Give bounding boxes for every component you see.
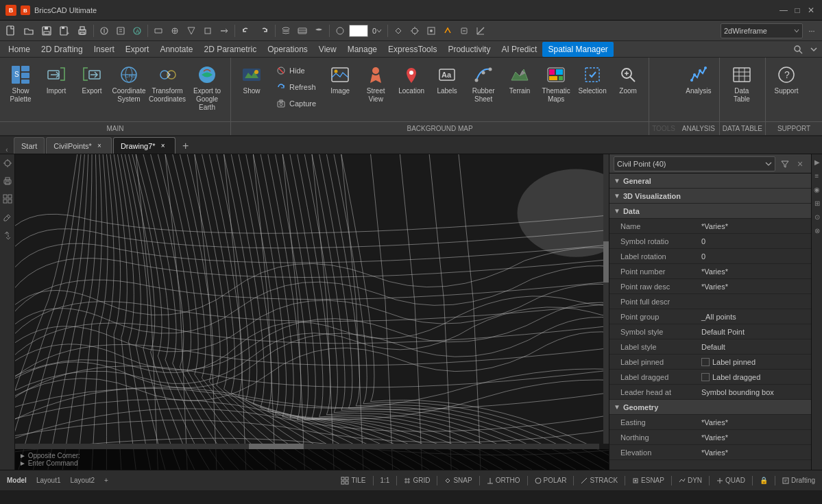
color-swatch[interactable] bbox=[349, 25, 368, 37]
zero-dropdown[interactable]: 0 bbox=[370, 23, 385, 38]
title-controls[interactable]: — □ ✕ bbox=[778, 5, 817, 16]
data-table-button[interactable]: DataTable bbox=[724, 60, 760, 110]
toolbar-more-btn[interactable]: ··· bbox=[804, 23, 819, 38]
snap-button[interactable]: SNAP bbox=[442, 475, 474, 485]
image-button[interactable]: Image bbox=[324, 60, 356, 110]
prop-point-group-val[interactable]: _All points bbox=[699, 313, 811, 321]
minimize-button[interactable]: — bbox=[778, 5, 789, 16]
terrain-button[interactable]: Terrain bbox=[503, 60, 536, 110]
canvas-area[interactable]: ► Opposite Corner: ► Enter Command bbox=[15, 154, 609, 470]
prop-easting-val[interactable]: *Varies* bbox=[699, 418, 811, 427]
menu-annotate[interactable]: Annotate bbox=[154, 42, 198, 57]
sidebar-print-icon[interactable] bbox=[1, 175, 14, 187]
properties-type-dropdown[interactable]: Civil Point (40) bbox=[614, 156, 775, 171]
thematic-maps-button[interactable]: ThematicMaps bbox=[539, 60, 573, 110]
snap-toggle2[interactable] bbox=[407, 23, 422, 38]
street-view-button[interactable]: StreetView bbox=[359, 60, 392, 110]
prop-symbol-rotation-val[interactable]: 0 bbox=[699, 237, 811, 245]
esnap-button[interactable]: ESNAP bbox=[629, 475, 667, 485]
tab-drawing7[interactable]: Drawing7* × bbox=[113, 137, 176, 154]
sidebar-right-icon4[interactable]: ⊙ bbox=[812, 212, 822, 221]
sidebar-right-expand[interactable]: ▶ bbox=[812, 157, 822, 167]
show-button[interactable]: Show bbox=[235, 60, 268, 110]
toolbar-btn-sm2[interactable] bbox=[113, 23, 128, 38]
sidebar-right-icon2[interactable]: ◉ bbox=[812, 184, 822, 194]
tile-button[interactable]: TILE bbox=[338, 475, 368, 486]
lock-button[interactable]: 🔒 bbox=[757, 475, 771, 485]
prop-point-number-val[interactable]: *Varies* bbox=[699, 267, 811, 276]
close-button[interactable]: ✕ bbox=[806, 5, 817, 16]
sidebar-right-icon5[interactable]: ⊗ bbox=[812, 226, 822, 235]
snap-toggle6[interactable] bbox=[473, 23, 488, 38]
expand-button[interactable] bbox=[808, 44, 819, 55]
section-geometry[interactable]: ▼ Geometry bbox=[609, 400, 811, 415]
tab-civil-points-close[interactable]: × bbox=[95, 141, 104, 151]
sidebar-transform-icon[interactable] bbox=[1, 228, 14, 241]
snap-toggle4[interactable] bbox=[440, 23, 455, 38]
ortho-button[interactable]: ORTHO bbox=[484, 475, 523, 485]
menu-spatial-manager[interactable]: Spatial Manager bbox=[542, 42, 613, 57]
maximize-button[interactable]: □ bbox=[792, 5, 803, 16]
rubber-sheet-button[interactable]: RubberSheet bbox=[466, 60, 500, 110]
layer-dropdown-button[interactable] bbox=[311, 23, 326, 38]
layout1-tab[interactable]: Layout1 bbox=[34, 475, 64, 485]
snap-toggle3[interactable] bbox=[424, 23, 439, 38]
export-button[interactable]: Export bbox=[75, 60, 108, 110]
prop-name-val[interactable]: *Varies* bbox=[699, 222, 811, 230]
layout2-tab[interactable]: Layout2 bbox=[67, 475, 97, 485]
import-button[interactable]: Import bbox=[40, 60, 73, 110]
layer-prop-button[interactable] bbox=[295, 23, 310, 38]
save-as-button[interactable]: + bbox=[56, 23, 73, 38]
show-palette-button[interactable]: S ShowPalette bbox=[4, 60, 37, 110]
menu-expresstools[interactable]: ExpressTools bbox=[383, 42, 442, 57]
tab-drawing7-close[interactable]: × bbox=[158, 141, 168, 151]
horizontal-scrollbar[interactable] bbox=[15, 444, 599, 449]
prop-leader-head-val[interactable]: Symbol bounding box bbox=[699, 388, 811, 396]
support-button[interactable]: ? Support bbox=[770, 60, 803, 110]
capture-button[interactable]: Capture bbox=[272, 96, 319, 111]
props-filter-button[interactable] bbox=[778, 157, 792, 171]
drafting-button[interactable]: Drafting bbox=[779, 475, 818, 485]
workspace-dropdown[interactable]: 2dWireframe bbox=[721, 23, 803, 38]
sidebar-light-icon[interactable] bbox=[1, 157, 14, 169]
h-scrollbar-thumb[interactable] bbox=[249, 444, 304, 449]
open-file-button[interactable] bbox=[21, 23, 37, 38]
tab-start[interactable]: Start bbox=[14, 137, 45, 154]
props-close-button[interactable]: × bbox=[793, 157, 807, 171]
menu-operations[interactable]: Operations bbox=[262, 42, 313, 57]
sidebar-right-icon1[interactable]: ≡ bbox=[812, 171, 822, 180]
toolbar-btn-sm3[interactable]: A bbox=[130, 23, 145, 38]
toolbar-btn-sm8[interactable] bbox=[217, 23, 232, 38]
toolbar-btn-sm6[interactable] bbox=[184, 23, 199, 38]
section-general[interactable]: ▼ General bbox=[609, 173, 811, 189]
hide-button[interactable]: Hide bbox=[272, 63, 319, 78]
tab-scroll-left[interactable]: ‹ bbox=[0, 146, 14, 154]
vertical-scrollbar[interactable] bbox=[603, 154, 609, 444]
sidebar-right-icon3[interactable]: ⊞ bbox=[812, 198, 822, 208]
undo-button[interactable] bbox=[238, 23, 254, 38]
coordinate-system-button[interactable]: CRS CoordinateSystem bbox=[111, 60, 147, 110]
v-scrollbar-thumb[interactable] bbox=[603, 241, 609, 283]
grid-button[interactable]: GRID bbox=[401, 475, 433, 485]
prop-elevation-val[interactable]: *Varies* bbox=[699, 448, 811, 457]
redo-button[interactable] bbox=[256, 23, 272, 38]
refresh-button[interactable]: Refresh bbox=[272, 80, 319, 95]
prop-point-raw-desc-val[interactable]: *Varies* bbox=[699, 283, 811, 291]
prop-label-rotation-val[interactable]: 0 bbox=[699, 252, 811, 261]
command-line[interactable]: ► Opposite Corner: ► Enter Command bbox=[15, 449, 609, 470]
menu-2d-drafting[interactable]: 2D Drafting bbox=[36, 42, 88, 57]
search-button[interactable] bbox=[790, 43, 806, 56]
strack-button[interactable]: STRACK bbox=[578, 475, 620, 485]
prop-label-pinned-val[interactable]: Label pinned bbox=[699, 358, 811, 366]
menu-export[interactable]: Export bbox=[120, 42, 155, 57]
label-pinned-checkbox[interactable] bbox=[701, 358, 710, 366]
export-google-earth-button[interactable]: Export toGoogle Earth bbox=[188, 60, 226, 114]
menu-view[interactable]: View bbox=[313, 42, 342, 57]
prop-label-dragged-val[interactable]: Label dragged bbox=[699, 373, 811, 381]
add-layout-button[interactable]: + bbox=[101, 475, 111, 485]
toolbar-btn-sm7[interactable] bbox=[200, 23, 215, 38]
tab-civil-points[interactable]: CivilPoints* × bbox=[46, 137, 112, 154]
selection-button[interactable]: Selection bbox=[576, 60, 609, 110]
section-data[interactable]: ▼ Data bbox=[609, 204, 811, 219]
prop-label-style-val[interactable]: Default bbox=[699, 343, 811, 351]
